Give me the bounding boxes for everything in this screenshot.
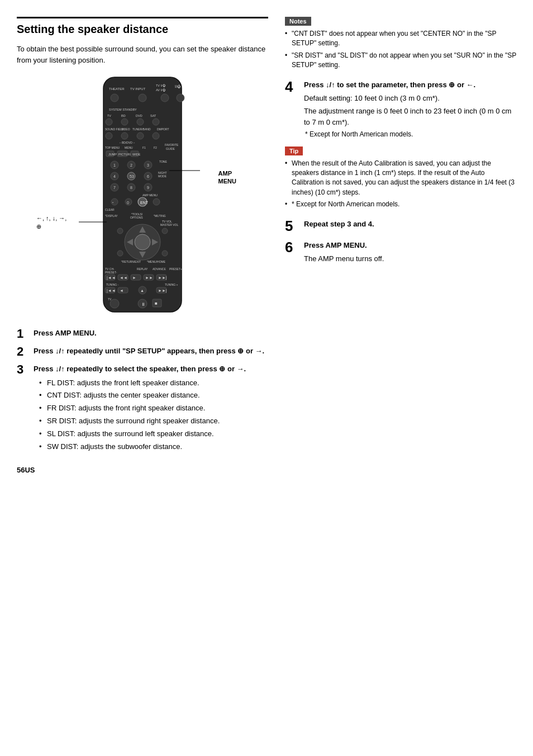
- step-1-text: Press AMP MENU.: [34, 329, 97, 337]
- svg-text:TOP MENU: TOP MENU: [105, 146, 120, 149]
- svg-text:AV I/⏻: AV I/⏻: [156, 88, 166, 92]
- svg-text:GUIDE: GUIDE: [166, 147, 175, 150]
- tip-list: When the result of the Auto Calibration …: [285, 159, 516, 210]
- step-3-bullets: FL DIST: adjusts the front left speaker …: [34, 378, 268, 452]
- step-6-detail: The AMP menu turns off.: [304, 253, 516, 264]
- step-1: 1 Press AMP MENU.: [17, 328, 268, 340]
- arrow-nav-indicator: ←, ↑, ↓, →, ⊕: [36, 214, 66, 231]
- svg-point-8: [161, 94, 169, 102]
- svg-text:TUNER/BAND: TUNER/BAND: [132, 127, 151, 131]
- step-5-number: 5: [285, 219, 299, 233]
- svg-point-114: [110, 299, 119, 308]
- svg-text:PRESET+: PRESET+: [169, 267, 182, 271]
- tip-item-2: * Except for North American models.: [285, 200, 516, 209]
- svg-text:TV INPUT: TV INPUT: [130, 87, 146, 91]
- page-number: 56US: [17, 466, 268, 474]
- step-4: 4 Press ↓/↑ to set the parameter, then p…: [285, 79, 516, 140]
- svg-text:SAT: SAT: [150, 114, 156, 117]
- svg-text:*RETURN/EXIT: *RETURN/EXIT: [121, 260, 141, 263]
- svg-point-84: [117, 251, 123, 256]
- svg-text:TUNING -: TUNING -: [106, 283, 119, 286]
- step-1-number: 1: [17, 328, 29, 340]
- step-4-text: Press ↓/↑ to set the parameter, then pre…: [304, 81, 475, 89]
- svg-text:*MUTING: *MUTING: [154, 214, 166, 218]
- svg-point-68: [153, 199, 160, 205]
- svg-text:FAVORITE: FAVORITE: [165, 143, 179, 147]
- svg-text:MENU: MENU: [125, 146, 133, 149]
- svg-text:←BD/DVD→: ←BD/DVD→: [119, 141, 135, 144]
- svg-text:TONE: TONE: [159, 160, 167, 163]
- step-3-text: Press ↓/↑ repeatedly to select the speak…: [34, 365, 246, 373]
- svg-text:MASTER VOL: MASTER VOL: [160, 223, 178, 226]
- svg-point-83: [162, 228, 168, 234]
- notes-section: Notes "CNT DIST" does not appear when yo…: [285, 17, 516, 70]
- svg-text:MODE: MODE: [158, 174, 167, 178]
- amp-menu-arrow: [169, 165, 203, 176]
- step-3-number: 3: [17, 363, 29, 376]
- step-6-text: Press AMP MENU.: [304, 241, 367, 249]
- svg-text:TV: TV: [108, 297, 112, 301]
- remote-wrapper: THEATER TV INPUT TV I/⏻ AV I/⏻ I/⏻ SYSTE…: [87, 74, 198, 316]
- svg-point-26: [153, 133, 159, 139]
- svg-text:0: 0: [127, 201, 129, 205]
- step-2: 2 Press ↓/↑ repeatedly until "SP SETUP" …: [17, 346, 268, 358]
- svg-text:◄: ◄: [120, 289, 123, 292]
- svg-point-6: [111, 94, 118, 102]
- svg-text:SYSTEM STANDBY: SYSTEM STANDBY: [109, 108, 137, 111]
- svg-text:VIDEO: VIDEO: [121, 127, 130, 131]
- svg-text:•: •: [112, 201, 113, 204]
- step-4-detail-0: Default setting: 10 feet 0 inch (3 m 0 c…: [304, 93, 516, 104]
- svg-text:F2: F2: [154, 146, 157, 149]
- svg-point-85: [162, 251, 168, 256]
- svg-text:*DISPLAY: *DISPLAY: [105, 214, 118, 218]
- svg-text:▲: ▲: [140, 289, 144, 292]
- bullet-sl-dist: SL DIST: adjusts the surround left speak…: [39, 429, 268, 440]
- svg-text:DVD: DVD: [136, 114, 142, 117]
- svg-text:53: 53: [130, 174, 134, 178]
- svg-text:6: 6: [147, 174, 149, 178]
- svg-text:OPTIONS: OPTIONS: [130, 216, 143, 219]
- right-column: Notes "CNT DIST" does not appear when yo…: [285, 17, 516, 474]
- notes-label: Notes: [285, 17, 311, 26]
- step-2-text: Press ↓/↑ repeatedly until "SP SETUP" ap…: [34, 347, 264, 355]
- svg-text:|◄◄: |◄◄: [107, 289, 116, 293]
- amp-menu-indicator: AMP MENU: [218, 169, 236, 186]
- step-2-number: 2: [17, 346, 29, 358]
- svg-text:4: 4: [113, 174, 116, 178]
- tip-item-1: When the result of the Auto Calibration …: [285, 159, 516, 198]
- svg-text:ADVANCE: ADVANCE: [153, 267, 166, 271]
- tip-section: Tip When the result of the Auto Calibrat…: [285, 147, 516, 210]
- svg-text:AMP MENU: AMP MENU: [142, 193, 158, 197]
- remote-image-area: THEATER TV INPUT TV I/⏻ AV I/⏻ I/⏻ SYSTE…: [17, 74, 268, 316]
- svg-point-16: [121, 119, 128, 125]
- step-4-detail-1: The adjustment range is 0 feet 0 inch to…: [304, 106, 516, 127]
- svg-text:|◄◄: |◄◄: [107, 276, 116, 280]
- svg-text:REPLAY: REPLAY: [137, 267, 148, 271]
- svg-point-15: [106, 119, 112, 125]
- tip-label: Tip: [285, 147, 303, 155]
- svg-text:PRESET-: PRESET-: [105, 271, 117, 274]
- bullet-fl-dist: FL DIST: adjusts the front left speaker …: [39, 378, 268, 389]
- svg-text:►►: ►►: [145, 276, 153, 280]
- svg-text:⏸: ⏸: [141, 302, 145, 307]
- note-2: "SR DIST" and "SL DIST" do not appear wh…: [285, 51, 516, 70]
- svg-point-7: [139, 94, 146, 102]
- svg-point-82: [117, 228, 123, 234]
- note-1: "CNT DIST" does not appear when you set …: [285, 29, 516, 49]
- step-3: 3 Press ↓/↑ repeatedly to select the spe…: [17, 363, 268, 455]
- svg-text:TUNING +: TUNING +: [165, 283, 178, 286]
- svg-point-18: [153, 119, 159, 125]
- svg-text:8: 8: [130, 186, 132, 190]
- svg-text:■: ■: [155, 301, 158, 306]
- svg-text:WIDE: WIDE: [132, 153, 141, 156]
- svg-text:I/⏻: I/⏻: [175, 84, 181, 88]
- notes-list: "CNT DIST" does not appear when you set …: [285, 29, 516, 70]
- svg-text:PICTURE: PICTURE: [118, 153, 132, 156]
- svg-text:TV: TV: [107, 114, 111, 117]
- bullet-cnt-dist: CNT DIST: adjusts the center speaker dis…: [39, 390, 268, 401]
- step-5-text: Repeat step 3 and 4.: [304, 220, 374, 228]
- svg-text:CLEAR: CLEAR: [105, 208, 115, 211]
- svg-point-9: [177, 94, 184, 102]
- svg-text:9: 9: [147, 186, 149, 190]
- bullet-sw-dist: SW DIST: adjusts the subwoofer distance.: [39, 442, 268, 452]
